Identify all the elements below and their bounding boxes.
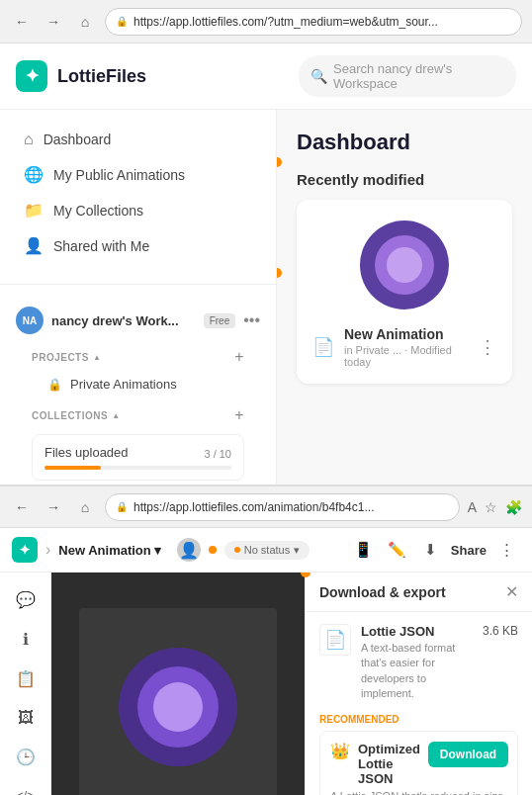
back-button[interactable]: ←: [10, 10, 34, 34]
public-label: My Public Animations: [53, 167, 185, 183]
left-toolbar: 💬 ℹ 📋 🖼 🕒 </> NA: [0, 573, 51, 795]
lottie-json-desc: A text-based format that's easier for de…: [361, 641, 473, 702]
user-avatar: 👤: [177, 538, 201, 562]
animation-name-dropdown[interactable]: New Animation ▾: [58, 543, 160, 558]
folder-icon: 📁: [24, 201, 44, 220]
breadcrumb-separator: ›: [45, 541, 50, 559]
globe-icon: 🌐: [24, 165, 44, 184]
layers-tool[interactable]: 📋: [8, 662, 44, 694]
dashboard-title: Dashboard: [297, 130, 512, 155]
translate-icon[interactable]: A: [468, 499, 477, 515]
more-workspace-button[interactable]: •••: [243, 311, 260, 329]
files-uploaded-name: Files uploaded: [44, 445, 129, 460]
collections-collapse-icon[interactable]: ▲: [112, 411, 120, 420]
status-chevron: ▾: [294, 544, 300, 557]
animation-file-icon: 📄: [312, 336, 334, 358]
search-icon: 🔍: [310, 68, 327, 84]
shared-label: Shared with Me: [53, 238, 149, 254]
history-tool[interactable]: 🕒: [8, 742, 44, 773]
search-bar[interactable]: 🔍 Search nancy drew's Workspace: [299, 55, 516, 97]
recommended-section: Recommended 👑 Optimized Lottie JSON Down…: [319, 714, 518, 795]
canvas-inner-circle: [137, 666, 219, 748]
lottie-json-option: 📄 Lottie JSON A text-based format that's…: [319, 624, 518, 702]
animation-file-name: New Animation: [344, 326, 469, 342]
upload-progress-bar: [44, 466, 231, 470]
status-badge[interactable]: No status ▾: [224, 541, 310, 560]
projects-section-label: PROJECTS: [32, 352, 89, 363]
lock-icon: 🔒: [116, 16, 128, 27]
optimized-desc: A Lottie JSON that's reduced in size but…: [330, 790, 507, 795]
dashboard-label: Dashboard: [44, 132, 112, 147]
sidebar-item-shared[interactable]: 👤 Shared with Me: [8, 228, 268, 263]
url-bar-2[interactable]: 🔒 https://app.lottiefiles.com/animation/…: [105, 493, 460, 521]
sidebar-item-public[interactable]: 🌐 My Public Animations: [8, 157, 268, 192]
recently-modified-label: Recently modified: [297, 171, 512, 188]
orange-dot-header: [209, 546, 217, 554]
canvas-area[interactable]: [51, 573, 305, 795]
panel-title: Download & export: [319, 584, 446, 600]
url-bar[interactable]: 🔒 https://app.lottiefiles.com/?utm_mediu…: [105, 8, 522, 36]
image-tool[interactable]: 🖼: [8, 702, 44, 734]
private-animations-item[interactable]: 🔒 Private Animations: [16, 370, 260, 398]
animation-outer-circle: [360, 221, 449, 309]
logo-name: LottieFiles: [57, 66, 146, 87]
add-project-button[interactable]: +: [234, 348, 244, 366]
download-icon[interactable]: ⬇: [417, 536, 445, 564]
more-options-icon[interactable]: ⋮: [492, 536, 520, 564]
sidebar-item-collections[interactable]: 📁 My Collections: [8, 193, 268, 227]
home-icon: ⌂: [24, 131, 34, 148]
status-dot: [234, 547, 240, 553]
extensions-icon[interactable]: 🧩: [505, 499, 522, 515]
search-placeholder: Search nancy drew's Workspace: [333, 61, 504, 91]
home-button[interactable]: ⌂: [73, 10, 97, 34]
sidebar: ⌂ Dashboard 🌐 My Public Animations 📁 My …: [0, 110, 277, 485]
device-preview-icon[interactable]: 📱: [350, 536, 378, 564]
lottie-json-icon: 📄: [319, 624, 351, 656]
projects-collapse-icon[interactable]: ▲: [93, 353, 101, 362]
sidebar-item-dashboard[interactable]: ⌂ Dashboard: [8, 123, 268, 156]
status-text: No status: [244, 544, 290, 556]
code-tool[interactable]: </>: [8, 780, 44, 795]
forward-button-2[interactable]: →: [42, 495, 65, 519]
dropdown-arrow-icon: ▾: [154, 543, 161, 558]
lottie-json-size: 3.6 KB: [483, 624, 518, 702]
animation-file-meta: in Private ... · Modified today: [344, 344, 469, 368]
back-button-2[interactable]: ←: [10, 495, 34, 519]
private-animations-label: Private Animations: [70, 377, 177, 392]
forward-button[interactable]: →: [42, 10, 65, 34]
home-button-2[interactable]: ⌂: [73, 495, 97, 519]
add-collection-button[interactable]: +: [234, 406, 244, 424]
star-icon[interactable]: ☆: [485, 499, 497, 515]
animation-card: 📄 New Animation in Private ... · Modifie…: [297, 200, 512, 384]
canvas-bg: [79, 608, 277, 796]
optimized-download-button[interactable]: Download: [428, 742, 508, 767]
more-animation-button[interactable]: ⋮: [479, 336, 496, 358]
free-badge: Free: [204, 313, 236, 328]
close-panel-button[interactable]: ✕: [505, 582, 518, 601]
dashboard-panel: Dashboard Recently modified 📄 New Animat…: [277, 110, 532, 485]
canvas-core-circle: [153, 682, 203, 732]
files-uploaded-card: Files uploaded 3 / 10: [32, 434, 244, 481]
workspace-name: nancy drew's Work...: [51, 313, 196, 328]
edit-icon[interactable]: ✏️: [384, 536, 411, 564]
upload-progress-fill: [44, 466, 101, 470]
workspace-avatar: NA: [16, 307, 44, 334]
crown-icon: 👑: [330, 742, 350, 760]
comment-tool[interactable]: 💬: [8, 584, 44, 616]
url-text-2: https://app.lottiefiles.com/animation/b4…: [133, 500, 374, 514]
orange-indicator-1: [277, 157, 282, 167]
collections-section-label: COLLECTIONS: [32, 410, 108, 421]
lock-icon-sm: 🔒: [47, 378, 62, 392]
recommended-label: Recommended: [319, 714, 518, 725]
orange-indicator-2: [277, 268, 282, 278]
logo-icon-sm: ✦: [12, 537, 38, 563]
animation-core-circle: [387, 247, 422, 283]
collections-label: My Collections: [53, 203, 143, 219]
optimized-card: 👑 Optimized Lottie JSON Download A Lotti…: [319, 731, 518, 795]
url-text: https://app.lottiefiles.com/?utm_medium=…: [133, 15, 438, 29]
animation-inner-circle: [375, 235, 434, 295]
lottie-json-name: Lottie JSON: [361, 624, 473, 639]
canvas-outer-circle: [119, 648, 237, 766]
info-tool[interactable]: ℹ: [8, 624, 44, 656]
share-button[interactable]: Share: [451, 543, 487, 558]
